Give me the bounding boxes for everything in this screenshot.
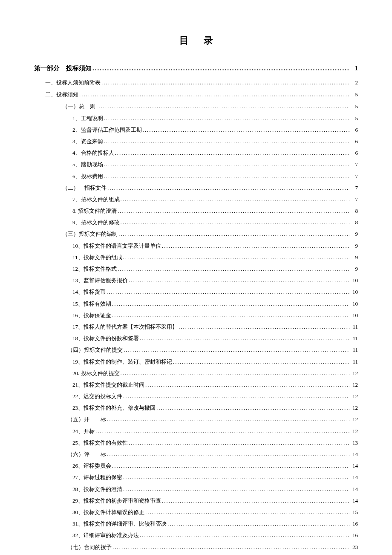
toc-entry-label: （二） 招标文件 [62, 184, 107, 192]
toc-leader-dots [121, 219, 350, 226]
toc-entry-page: 14 [350, 462, 358, 470]
toc-entry: 29、投标文件的初步评审和资格审查14 [34, 497, 358, 505]
toc-leader-dots [104, 173, 350, 180]
toc-entry-page: 15 [350, 509, 358, 516]
toc-entry-page: 7 [350, 196, 358, 203]
toc-entry-label: 4、合格的投标人 [72, 149, 114, 157]
toc-leader-dots [112, 312, 349, 319]
toc-leader-dots [143, 126, 350, 134]
toc-entry-page: 14 [350, 497, 358, 505]
toc-entry: 二、投标须知5 [34, 91, 358, 98]
toc-leader-dots [123, 474, 349, 481]
toc-entry-page: 12 [350, 370, 358, 377]
toc-entry: 26、评标委员会14 [34, 462, 358, 470]
toc-entry-label: 14、投标货币 [72, 288, 106, 296]
toc-entry: 2、监督评估工作范围及工期6 [34, 126, 358, 134]
toc-entry-label: 8. 招标文件的澄清 [72, 207, 117, 215]
toc-entry: 1、工程说明5 [34, 115, 358, 122]
toc-entry-label: 25、投标文件的有效性 [72, 439, 128, 447]
toc-leader-dots [95, 428, 349, 435]
toc-entry-page: 16 [350, 532, 358, 539]
toc-entry-label: 31、投标文件的详细评审、比较和否决 [72, 520, 167, 528]
toc-leader-dots [123, 393, 349, 400]
toc-leader-dots [107, 288, 349, 296]
toc-entry: 28、投标文件的澄清14 [34, 486, 358, 493]
toc-entry-label: （一）总 则 [62, 103, 95, 110]
toc-entry-label: 20. 投标文件的提交 [72, 370, 120, 377]
toc-entry-page: 11 [350, 346, 358, 354]
toc-leader-dots [167, 520, 349, 528]
toc-entry-label: 10、投标文件的语言文字及计量单位 [72, 242, 161, 250]
toc-entry-label: 24、开标 [72, 428, 95, 435]
toc-entry: （五）开 标12 [34, 416, 358, 423]
toc-entry: 30、投标文件计算错误的修正15 [34, 509, 358, 516]
toc-entry-label: 21、投标文件提交的截止时间 [72, 381, 144, 389]
toc-entry: 10、投标文件的语言文字及计量单位9 [34, 242, 358, 250]
toc-entry: 24、开标12 [34, 428, 358, 435]
toc-entry-label: 26、评标委员会 [72, 462, 111, 470]
toc-entry-label: 二、投标须知 [45, 91, 78, 98]
toc-entry: 第一部分 投标须知1 [34, 64, 358, 73]
toc-entry-page: 5 [350, 103, 358, 110]
toc-leader-dots [112, 300, 349, 308]
toc-entry-page: 9 [350, 254, 358, 261]
toc-leader-dots [112, 543, 349, 551]
toc-entry-label: 7、招标文件的组成 [72, 196, 120, 203]
toc-entry-page: 11 [350, 335, 358, 342]
toc-leader-dots [140, 532, 349, 539]
toc-entry-label: 13、监督评估服务报价 [72, 277, 128, 284]
toc-leader-dots [140, 335, 349, 342]
toc-leader-dots [173, 358, 349, 366]
toc-entry-label: 11、投标文件的组成 [72, 254, 122, 261]
toc-entry-page: 16 [350, 520, 358, 528]
toc-entry-page: 14 [350, 451, 358, 458]
toc-entry-label: 12、投标文件格式 [72, 265, 117, 273]
toc-entry-page: 11 [350, 323, 358, 331]
toc-entry-label: 32、详细评审的标准及办法 [72, 532, 139, 539]
toc-entry-page: 23 [350, 543, 358, 551]
toc-entry-label: 6、投标费用 [72, 173, 103, 180]
toc-entry: 7、招标文件的组成7 [34, 196, 358, 203]
toc-entry-page: 9 [350, 242, 358, 250]
toc-entry-page: 1 [350, 64, 358, 73]
toc-entry-page: 12 [350, 381, 358, 389]
toc-entry: 15、投标有效期10 [34, 300, 358, 308]
toc-leader-dots [123, 254, 349, 261]
toc-entry-label: （三）投标文件的编制 [62, 230, 118, 238]
toc-entry-page: 9 [350, 230, 358, 238]
toc-entry-page: 11 [350, 358, 358, 366]
toc-leader-dots [145, 509, 349, 516]
toc-entry-label: 1、工程说明 [72, 115, 103, 122]
toc-entry-label: （五）开 标 [67, 416, 106, 423]
toc-entry-label: 29、投标文件的初步评审和资格审查 [72, 497, 161, 505]
toc-entry-page: 7 [350, 161, 358, 168]
toc-leader-dots [101, 79, 349, 87]
toc-entry-page: 12 [350, 404, 358, 412]
toc-entry: 3、资金来源6 [34, 138, 358, 145]
toc-entry: 13、监督评估服务报价10 [34, 277, 358, 284]
toc-entry-label: 28、投标文件的澄清 [72, 486, 122, 493]
toc-entry-page: 10 [350, 300, 358, 308]
toc-entry-page: 12 [350, 393, 358, 400]
toc-leader-dots [96, 103, 349, 110]
toc-entry: 23、投标文件的补充、修改与撤回12 [34, 404, 358, 412]
toc-entry: 4、合格的投标人6 [34, 149, 358, 157]
toc-entry-page: 5 [350, 91, 358, 98]
toc-entry: （六）评 标14 [34, 451, 358, 458]
toc-leader-dots [121, 196, 350, 203]
toc-entry: 5、踏勘现场7 [34, 161, 358, 168]
toc-entry: 17、投标人的替代方案【本次招标不采用】11 [34, 323, 358, 331]
toc-entry-page: 2 [350, 79, 358, 87]
toc-leader-dots [107, 184, 349, 192]
toc-leader-dots [124, 346, 349, 354]
toc-entry: （三）投标文件的编制9 [34, 230, 358, 238]
toc-entry-label: 15、投标有效期 [72, 300, 111, 308]
toc-entry-page: 7 [350, 184, 358, 192]
toc-leader-dots [118, 207, 349, 215]
toc-entry-page: 13 [350, 439, 358, 447]
toc-entry: 16、投标保证金10 [34, 312, 358, 319]
toc-entry: （七）合同的授予23 [34, 543, 358, 551]
toc-leader-dots [129, 439, 349, 447]
toc-entry: 32、详细评审的标准及办法16 [34, 532, 358, 539]
toc-entry-label: 23、投标文件的补充、修改与撤回 [72, 404, 156, 412]
